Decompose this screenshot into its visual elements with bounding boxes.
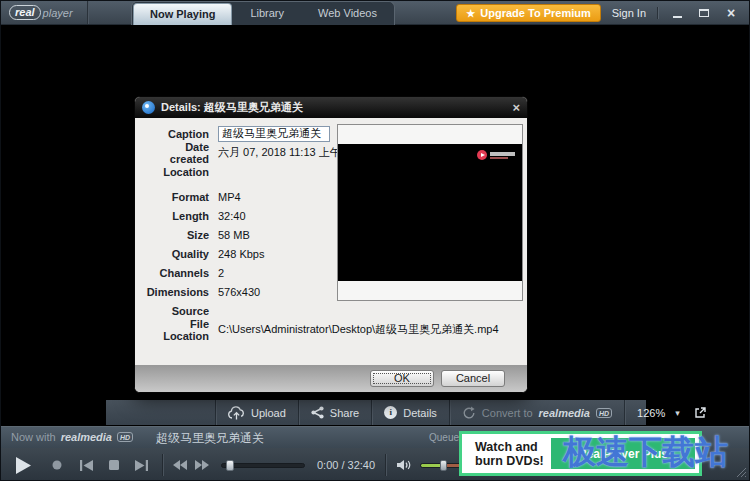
- hd-badge: HD: [117, 432, 133, 442]
- field-value: 58 MB: [218, 229, 250, 241]
- previous-track-icon: [80, 460, 93, 471]
- play-logo-icon: [477, 150, 487, 160]
- video-preview-frame: [338, 144, 522, 281]
- time-display: 0:00 / 32:40: [317, 459, 375, 471]
- main-tabs: Now Playing Library Web Videos: [131, 1, 395, 25]
- cloud-upload-icon: [228, 406, 245, 420]
- titlebar-right: ★ Upgrade To Premium Sign In ×: [456, 1, 739, 25]
- resize-grip[interactable]: [736, 467, 747, 478]
- upload-button[interactable]: Upload: [216, 400, 298, 425]
- dialog-close-icon[interactable]: ×: [512, 101, 520, 114]
- site-watermark: 极速下载站: [563, 430, 728, 475]
- upgrade-premium-button[interactable]: ★ Upgrade To Premium: [456, 4, 600, 22]
- speaker-icon: [396, 459, 412, 471]
- play-button[interactable]: [15, 456, 32, 475]
- field-label: Quality: [145, 248, 209, 260]
- previous-button[interactable]: [80, 460, 93, 471]
- titlebar: real player Now Playing Library Web Vide…: [1, 1, 749, 25]
- titlebar-divider: [87, 1, 88, 24]
- field-label: Source: [145, 305, 209, 317]
- play-icon: [15, 456, 32, 475]
- mute-button[interactable]: [396, 459, 412, 471]
- watermark-text-lines: [490, 152, 515, 159]
- realplayer-bubble-icon: [142, 101, 155, 114]
- dialog-title: Details: 超级马里奥兄弟通关: [161, 100, 303, 115]
- video-watermark: [477, 150, 515, 160]
- info-icon: [384, 406, 397, 419]
- realplayer-logo: real player: [9, 5, 73, 20]
- minimize-icon: [673, 16, 682, 18]
- cancel-button[interactable]: Cancel: [441, 370, 505, 387]
- rewind-button[interactable]: [173, 460, 187, 470]
- logo-real-oval: real: [9, 5, 41, 20]
- field-value: MP4: [218, 191, 241, 203]
- tab-now-playing[interactable]: Now Playing: [133, 3, 232, 25]
- sign-in-link[interactable]: Sign In: [612, 7, 646, 19]
- field-label: Length: [145, 210, 209, 222]
- convert-prefix-label: Convert to: [482, 407, 533, 419]
- chevron-down-icon: ▾: [675, 408, 680, 418]
- convert-refresh-icon: [462, 406, 476, 420]
- field-value: 32:40: [218, 210, 246, 222]
- fast-forward-button[interactable]: [195, 460, 209, 470]
- zoom-level-value: 126%: [637, 407, 665, 419]
- caption-input[interactable]: [218, 126, 330, 142]
- video-preview-box: [337, 124, 523, 301]
- record-button[interactable]: [52, 460, 62, 470]
- window-controls-divider: [657, 7, 658, 19]
- pop-out-button[interactable]: [692, 400, 717, 425]
- field-value: 2: [218, 267, 224, 279]
- tab-library[interactable]: Library: [233, 2, 301, 25]
- ad-text: Watch and burn DVDs!: [475, 440, 544, 468]
- now-with-brand: Now with realmedia HD: [11, 431, 133, 443]
- convert-button[interactable]: Convert to realmedia HD: [450, 400, 624, 425]
- field-label: File Location: [145, 318, 209, 342]
- details-button[interactable]: Details: [372, 400, 449, 425]
- next-button[interactable]: [135, 460, 148, 471]
- queue-link[interactable]: Queue: [429, 432, 459, 443]
- close-icon: ×: [727, 6, 735, 20]
- hd-badge: HD: [596, 408, 612, 418]
- field-value: C:\Users\Administrator\Desktop\超级马里奥兄弟通关…: [218, 322, 499, 337]
- convert-brand-label: realmedia: [539, 407, 590, 419]
- field-label: Size: [145, 229, 209, 241]
- seek-slider[interactable]: [221, 463, 305, 468]
- field-label: Date created: [145, 141, 209, 165]
- rewind-icon: [173, 460, 187, 470]
- realmedia-brand: realmedia: [61, 431, 112, 443]
- fast-forward-icon: [195, 460, 209, 470]
- field-label: Caption: [145, 128, 209, 140]
- dialog-footer: OK Cancel: [135, 365, 527, 392]
- details-dialog: Details: 超级马里奥兄弟通关 × Caption Date create…: [134, 96, 528, 393]
- field-label: Location: [145, 166, 209, 178]
- maximize-icon: [699, 9, 709, 17]
- star-icon: ★: [466, 8, 475, 19]
- minimize-button[interactable]: [669, 3, 685, 23]
- field-value: 576x430: [218, 286, 260, 298]
- logo-player-text: player: [43, 7, 73, 19]
- action-toolbar: Upload Share Details Convert to realmedi…: [106, 400, 646, 425]
- external-link-icon: [694, 406, 707, 419]
- field-value: 248 Kbps: [218, 248, 264, 260]
- maximize-button[interactable]: [696, 3, 712, 23]
- field-row-file-location: File Location C:\Users\Administrator\Des…: [145, 320, 521, 339]
- next-track-icon: [135, 460, 148, 471]
- volume-thumb[interactable]: [440, 460, 447, 471]
- stop-icon: [109, 460, 119, 470]
- ok-button[interactable]: OK: [370, 370, 434, 387]
- now-with-label: Now with: [11, 431, 56, 443]
- current-media-title: 超级马里奥兄弟通关: [156, 430, 264, 447]
- field-value: 六月 07, 2018 11:13 上午: [218, 145, 341, 160]
- share-icon: [311, 406, 324, 419]
- close-button[interactable]: ×: [723, 3, 739, 23]
- record-icon: [52, 460, 62, 470]
- seek-thumb[interactable]: [226, 460, 234, 471]
- upload-label: Upload: [251, 407, 286, 419]
- zoom-level-dropdown[interactable]: 126% ▾: [625, 400, 692, 425]
- field-label: Channels: [145, 267, 209, 279]
- stop-button[interactable]: [109, 460, 119, 470]
- share-button[interactable]: Share: [299, 400, 371, 425]
- dialog-titlebar[interactable]: Details: 超级马里奥兄弟通关 ×: [135, 97, 527, 118]
- tab-web-videos[interactable]: Web Videos: [301, 2, 394, 25]
- realplayer-window: real player Now Playing Library Web Vide…: [0, 0, 750, 481]
